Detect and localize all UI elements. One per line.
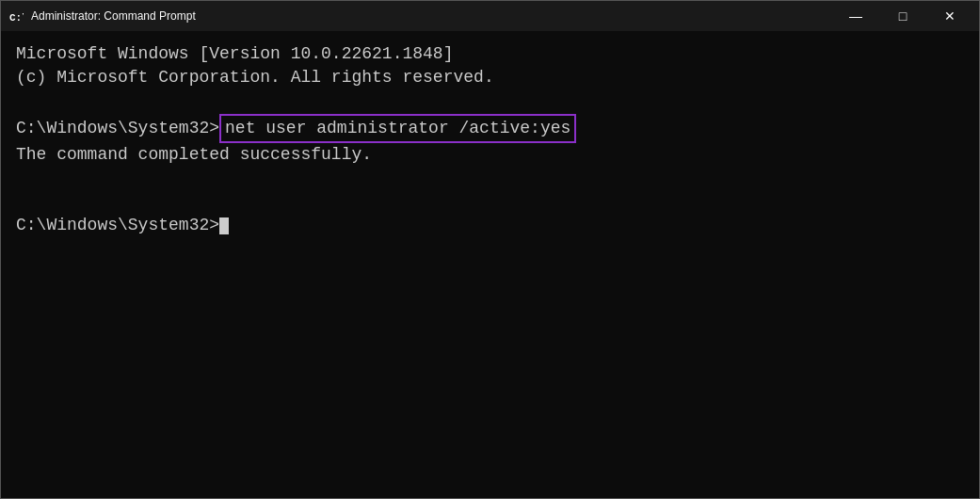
cursor (219, 217, 229, 234)
command-line: C:\Windows\System32>net user administrat… (16, 114, 964, 143)
title-bar-controls: — □ ✕ (834, 3, 972, 29)
prompt-2: C:\Windows\System32> (16, 214, 219, 237)
window: C:\ Administrator: Command Prompt — □ ✕ … (0, 0, 980, 499)
terminal-body[interactable]: Microsoft Windows [Version 10.0.22621.18… (1, 31, 979, 498)
success-line: The command completed successfully. (16, 143, 964, 167)
window-title: Administrator: Command Prompt (31, 9, 196, 23)
command-text: net user administrator /active:yes (219, 114, 576, 143)
copyright-line: (c) Microsoft Corporation. All rights re… (16, 66, 964, 89)
prompt-1: C:\Windows\System32> (16, 117, 219, 140)
current-prompt-line: C:\Windows\System32> (16, 214, 964, 237)
title-bar-left: C:\ Administrator: Command Prompt (8, 8, 196, 24)
empty-line-3 (16, 190, 964, 214)
empty-line-1 (16, 89, 964, 113)
maximize-button[interactable]: □ (881, 3, 924, 29)
close-button[interactable]: ✕ (928, 3, 972, 29)
empty-line-2 (16, 167, 964, 190)
cmd-icon: C:\ (8, 8, 24, 24)
title-bar: C:\ Administrator: Command Prompt — □ ✕ (1, 1, 979, 31)
minimize-button[interactable]: — (834, 3, 877, 29)
svg-text:C:\: C:\ (9, 12, 24, 24)
version-line: Microsoft Windows [Version 10.0.22621.18… (16, 42, 964, 66)
